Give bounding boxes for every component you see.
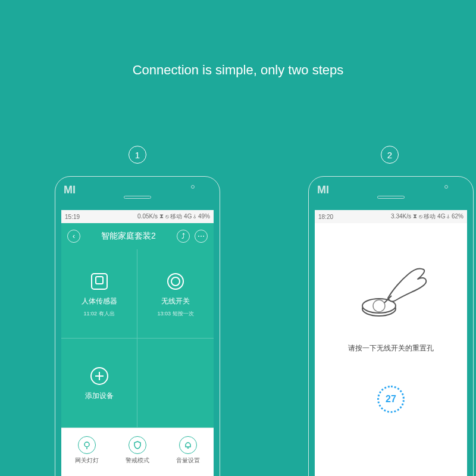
page-title: 智能家庭套装2 bbox=[101, 231, 156, 242]
mi-logo: MI bbox=[317, 184, 329, 196]
bottom-label: 警戒模式 bbox=[126, 456, 149, 465]
headline: Connection is simple, only two steps bbox=[0, 62, 476, 78]
phone-left: MI 15:19 0.05K/s ⧗ ⎋ 移动 4G ⫰ 49% ‹ 智能家庭套… bbox=[55, 176, 220, 476]
tile-label: 无线开关 bbox=[161, 296, 190, 306]
bottom-item-light[interactable]: 网关灯灯 bbox=[75, 436, 99, 465]
tile-motion-sensor[interactable]: 人体传感器 11:02 有人出 bbox=[61, 249, 137, 339]
bottom-bar: 网关灯灯 警戒模式 音量设置 bbox=[61, 428, 214, 472]
step-badge-1: 1 bbox=[129, 146, 146, 164]
sensor-icon bbox=[88, 270, 111, 293]
tile-add-device[interactable]: 添加设备 bbox=[61, 339, 137, 428]
app-header: ‹ 智能家庭套装2 ⤴ ⋯ bbox=[61, 223, 214, 249]
tile-wireless-switch[interactable]: 无线开关 13:03 短按一次 bbox=[137, 249, 214, 339]
svg-rect-0 bbox=[92, 274, 107, 289]
share-button[interactable]: ⤴ bbox=[177, 230, 190, 243]
status-time: 15:19 bbox=[65, 214, 80, 220]
phone-right: MI 18:20 3.34K/s ⧗ ⎋ 移动 4G ⫰ 62% 请按一下无线开… bbox=[308, 176, 474, 476]
status-right: 3.34K/s ⧗ ⎋ 移动 4G ⫰ 62% bbox=[391, 212, 464, 221]
pairing-body: 请按一下无线开关的重置孔 27 bbox=[315, 223, 467, 413]
svg-point-3 bbox=[171, 277, 180, 286]
device-grid: 人体传感器 11:02 有人出 无线开关 13:03 短按一次 添加设备 bbox=[61, 249, 214, 428]
svg-point-7 bbox=[84, 442, 89, 447]
status-right: 0.05K/s ⧗ ⎋ 移动 4G ⫰ 49% bbox=[137, 212, 210, 221]
svg-point-2 bbox=[168, 274, 183, 289]
switch-icon bbox=[164, 270, 187, 293]
sensor-dot bbox=[444, 185, 448, 189]
svg-rect-1 bbox=[96, 277, 103, 284]
phone-right-screen: 18:20 3.34K/s ⧗ ⎋ 移动 4G ⫰ 62% 请按一下无线开关的重… bbox=[315, 210, 467, 476]
bottom-item-guard[interactable]: 警戒模式 bbox=[126, 436, 149, 465]
bottom-label: 音量设置 bbox=[176, 456, 200, 465]
status-bar: 15:19 0.05K/s ⧗ ⎋ 移动 4G ⫰ 49% bbox=[61, 210, 214, 223]
phone-left-screen: 15:19 0.05K/s ⧗ ⎋ 移动 4G ⫰ 49% ‹ 智能家庭套装2 … bbox=[61, 210, 214, 476]
tile-label: 添加设备 bbox=[85, 391, 114, 401]
speaker-grille bbox=[124, 196, 151, 199]
phone-bezel: MI bbox=[55, 177, 220, 210]
shield-icon bbox=[129, 436, 146, 454]
countdown-timer: 27 bbox=[377, 386, 405, 413]
pairing-illustration bbox=[321, 237, 461, 333]
phone-bezel: MI bbox=[309, 177, 473, 210]
status-time: 18:20 bbox=[318, 214, 333, 220]
bottom-item-volume[interactable]: 音量设置 bbox=[176, 436, 200, 465]
tile-sub: 13:03 短按一次 bbox=[157, 310, 193, 318]
hand-pin-icon bbox=[346, 243, 436, 327]
speaker-grille bbox=[377, 196, 405, 199]
mi-logo: MI bbox=[64, 184, 76, 196]
tile-empty bbox=[137, 339, 214, 428]
tile-label: 人体传感器 bbox=[82, 296, 117, 306]
back-button[interactable]: ‹ bbox=[67, 230, 80, 243]
step-badge-2: 2 bbox=[381, 146, 399, 164]
more-button[interactable]: ⋯ bbox=[195, 230, 208, 243]
light-icon bbox=[78, 436, 96, 454]
bottom-label: 网关灯灯 bbox=[75, 456, 99, 465]
status-bar: 18:20 3.34K/s ⧗ ⎋ 移动 4G ⫰ 62% bbox=[315, 210, 467, 223]
sensor-dot bbox=[191, 185, 195, 189]
pairing-instruction: 请按一下无线开关的重置孔 bbox=[321, 343, 461, 353]
bell-icon bbox=[179, 436, 197, 454]
plus-icon bbox=[88, 365, 111, 387]
tile-sub: 11:02 有人出 bbox=[83, 310, 114, 318]
